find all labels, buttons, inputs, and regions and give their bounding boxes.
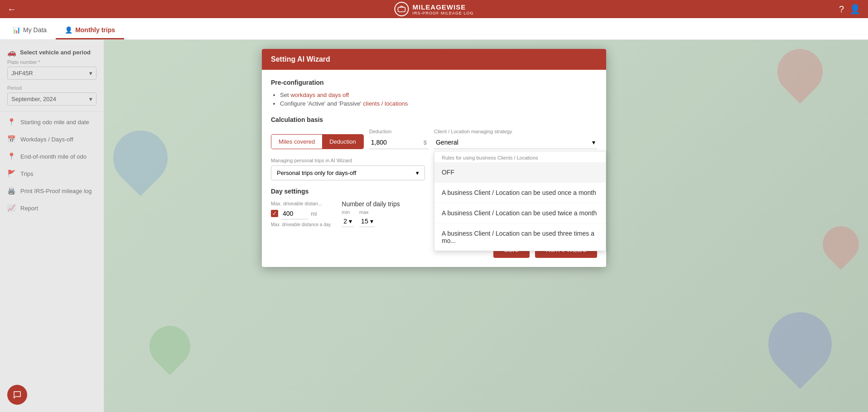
dropdown-hint: Rules for using business Clients / Locat… [434, 151, 606, 162]
tab-monthly-trips[interactable]: 👤 Monthly trips [56, 22, 124, 39]
calc-toggle-group: Miles covered Deduction [271, 134, 364, 149]
managing-trips-select[interactable]: Personal trips only for days-off ▾ [271, 165, 425, 180]
tab-my-data-label: My Data [23, 26, 47, 34]
pre-config-list: Set workdays and days off Configure 'Act… [271, 92, 597, 107]
bullet-workdays: Set workdays and days off [280, 92, 597, 98]
max-chevron-icon: ▾ [370, 218, 373, 225]
help-button[interactable]: ? [839, 4, 844, 15]
managing-trips-chevron-icon: ▾ [416, 170, 419, 176]
pre-config-title: Pre-configuration [271, 79, 597, 86]
ai-wizard-modal: Setting AI Wizard Pre-configuration Set … [262, 49, 606, 267]
client-strategy-value: General [436, 139, 458, 146]
max-trips-select[interactable]: 15 ▾ [359, 216, 375, 227]
num-trips-group: Number of daily trips min 2 ▾ max [342, 200, 400, 227]
max-dist-checkbox[interactable]: ✓ [271, 210, 278, 217]
clients-link[interactable]: clients / locations [363, 100, 408, 107]
modal-title: Setting AI Wizard [271, 55, 330, 63]
tab-monthly-trips-label: Monthly trips [75, 26, 115, 34]
max-dist-input[interactable] [281, 208, 308, 219]
dropdown-item-three[interactable]: A business Client / Location can be used… [434, 223, 606, 251]
deduction-input[interactable] [369, 136, 424, 149]
chat-button[interactable] [7, 385, 27, 405]
nav-center: MILEAGEWISE IRS-PROOF MILEAGE LOG [394, 2, 473, 16]
min-trips-value: 2 [343, 218, 347, 225]
client-strategy-select[interactable]: General ▾ [434, 136, 597, 149]
modal-header: Setting AI Wizard [262, 49, 606, 70]
svg-rect-0 [398, 7, 405, 12]
min-trips-group: min 2 ▾ [342, 209, 354, 227]
max-dist-sub: Max. driveable distance a day [271, 222, 331, 227]
dropdown-item-off[interactable]: OFF [434, 162, 606, 183]
min-trips-select[interactable]: 2 ▾ [342, 216, 354, 227]
back-button[interactable]: ← [7, 4, 16, 15]
min-label: min [342, 209, 354, 215]
max-trips-group: max 15 ▾ [359, 209, 375, 227]
deduction-input-group: $ [369, 136, 429, 149]
toggle-deduction-btn[interactable]: Deduction [322, 135, 363, 149]
min-chevron-icon: ▾ [349, 218, 352, 225]
app-name: MILEAGEWISE [412, 3, 473, 11]
top-nav: ← MILEAGEWISE IRS-PROOF MILEAGE LOG ? 👤 [0, 0, 868, 18]
calc-basis-title: Calculation basis [271, 116, 597, 123]
toggle-miles-btn[interactable]: Miles covered [271, 135, 322, 149]
calc-basis-row: Miles covered Deduction Deduction $ Clie… [271, 129, 597, 149]
deduction-label: Deduction [369, 129, 429, 134]
workdays-link[interactable]: workdays and days off [290, 92, 349, 98]
client-strategy-chevron-icon: ▾ [592, 139, 595, 146]
num-trips-label: Number of daily trips [342, 200, 400, 208]
tab-bar: 📊 My Data 👤 Monthly trips [0, 18, 868, 40]
managing-trips-value: Personal trips only for days-off [277, 170, 356, 176]
max-dist-group: Max. driveable distan... ✓ mi Max. drive… [271, 201, 331, 227]
nav-right: ? 👤 [839, 4, 861, 15]
deduction-unit: $ [424, 139, 429, 146]
num-trips-row: min 2 ▾ max 15 ▾ [342, 209, 400, 227]
dropdown-item-once[interactable]: A business Client / Location can be used… [434, 183, 606, 203]
max-trips-value: 15 [361, 218, 368, 225]
client-strategy-label: Client / Location managing strategy [434, 129, 597, 134]
tab-my-data[interactable]: 📊 My Data [4, 22, 56, 39]
modal-body: Pre-configuration Set workdays and days … [262, 70, 606, 236]
nav-left: ← [7, 4, 16, 15]
logo-text-block: MILEAGEWISE IRS-PROOF MILEAGE LOG [412, 3, 473, 15]
max-dist-label: Max. driveable distan... [271, 201, 331, 206]
monthly-trips-icon: 👤 [65, 26, 72, 34]
max-dist-unit: mi [311, 210, 317, 217]
managing-trips-label: Managing personal trips in AI Wizard [271, 158, 352, 163]
app-subtitle: IRS-PROOF MILEAGE LOG [412, 11, 473, 15]
account-button[interactable]: 👤 [849, 4, 861, 15]
deduction-field-group: Deduction $ [369, 129, 429, 149]
client-strategy-field: Client / Location managing strategy Gene… [434, 129, 597, 149]
logo-icon [394, 2, 409, 16]
max-dist-input-row: ✓ mi [271, 208, 331, 219]
bullet-clients: Configure 'Active' and 'Passive' clients… [280, 100, 597, 107]
dropdown-item-twice[interactable]: A business Client / Location can be used… [434, 203, 606, 223]
modal-overlay: Setting AI Wizard Pre-configuration Set … [0, 40, 868, 412]
main-layout: 🚗 Select vehicle and period Plate number… [0, 40, 868, 412]
max-label: max [359, 209, 375, 215]
my-data-icon: 📊 [13, 26, 20, 34]
client-strategy-dropdown: Rules for using business Clients / Locat… [434, 151, 606, 251]
